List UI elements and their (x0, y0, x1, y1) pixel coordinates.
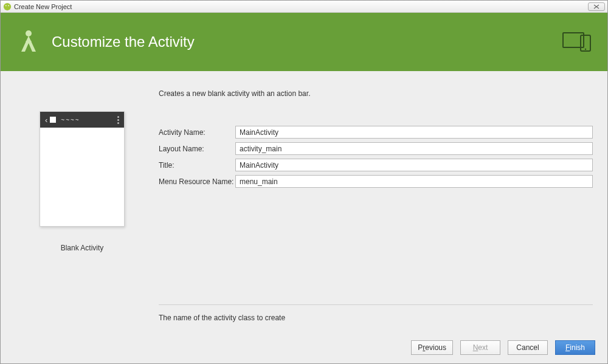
titlebar: Create New Project (1, 1, 607, 13)
label-layout-name: Layout Name: (159, 145, 235, 153)
description-text: Creates a new blank activity with an act… (159, 89, 593, 98)
svg-point-2 (8, 5, 9, 6)
finish-button[interactable]: Finish (555, 340, 595, 355)
form-column: Creates a new blank activity with an act… (159, 89, 593, 326)
app-icon-placeholder (50, 117, 56, 123)
window-title: Create New Project (14, 3, 72, 10)
button-bar: Previous Next Cancel Finish (1, 332, 607, 363)
overflow-menu-icon (117, 116, 119, 124)
row-layout-name: Layout Name: (159, 142, 593, 155)
input-activity-name[interactable] (235, 126, 593, 139)
title-placeholder-icon: ~~~~ (58, 117, 117, 123)
label-activity-name: Activity Name: (159, 128, 235, 137)
page-title: Customize the Activity (52, 33, 562, 50)
preview-caption: Blank Activity (61, 244, 104, 252)
input-title[interactable] (235, 159, 593, 171)
content-area: ‹ ~~~~ Blank Activity Creates a new blan… (1, 71, 607, 332)
svg-point-3 (26, 30, 32, 36)
help-text: The name of the activity class to create (159, 304, 593, 322)
label-menu-resource: Menu Resource Name: (159, 177, 235, 186)
row-menu-resource: Menu Resource Name: (159, 175, 593, 188)
preview-column: ‹ ~~~~ Blank Activity (15, 89, 149, 326)
svg-point-1 (5, 5, 7, 6)
row-title: Title: (159, 159, 593, 171)
app-icon (3, 2, 12, 11)
input-layout-name[interactable] (235, 142, 593, 155)
android-studio-logo (15, 29, 42, 55)
label-title: Title: (159, 161, 235, 170)
cancel-button[interactable]: Cancel (508, 340, 548, 355)
header-banner: Customize the Activity (1, 13, 607, 71)
svg-point-0 (4, 2, 11, 10)
input-menu-resource[interactable] (235, 175, 593, 188)
devices-icon (562, 32, 593, 52)
back-icon: ‹ (45, 115, 47, 125)
wizard-window: Create New Project Customize the Activit… (0, 0, 608, 364)
preview-actionbar: ‹ ~~~~ (40, 112, 124, 128)
svg-point-6 (585, 49, 586, 50)
template-preview: ‹ ~~~~ (40, 111, 125, 227)
next-button: Next (460, 340, 500, 355)
close-button[interactable] (588, 2, 605, 11)
previous-button[interactable]: Previous (411, 340, 453, 355)
row-activity-name: Activity Name: (159, 126, 593, 139)
